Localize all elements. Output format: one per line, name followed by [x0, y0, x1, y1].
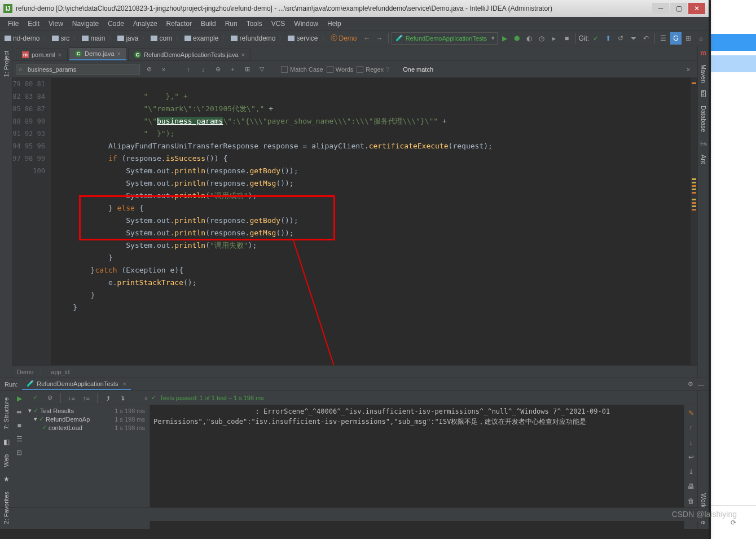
- scroll-up-button[interactable]: ↑: [685, 422, 697, 433]
- toolwindow-maven[interactable]: Maven: [699, 60, 708, 87]
- menu-build[interactable]: Build: [196, 19, 221, 29]
- git-revert-button[interactable]: ↶: [640, 32, 652, 45]
- prev-match-button[interactable]: ↑: [183, 64, 194, 75]
- next-match-button[interactable]: ↓: [197, 64, 209, 75]
- crumb-main[interactable]: main: [80, 33, 107, 43]
- edit-icon[interactable]: ✎: [685, 407, 697, 419]
- crumb-src[interactable]: src: [50, 33, 72, 43]
- back-button[interactable]: ←: [362, 32, 373, 45]
- tab-demo[interactable]: C Demo.java ×: [69, 47, 127, 60]
- tree-method[interactable]: ✓contextLoad1 s 198 ms: [26, 423, 150, 432]
- collapse-all-button[interactable]: ⮯: [117, 392, 129, 404]
- close-icon[interactable]: ×: [58, 51, 61, 58]
- close-icon[interactable]: ×: [117, 50, 121, 57]
- menu-edit[interactable]: Edit: [23, 19, 44, 29]
- window-minimize-button[interactable]: ─: [652, 3, 669, 14]
- git-commit-button[interactable]: ✓: [590, 32, 601, 45]
- toolwindow-ant[interactable]: Ant: [699, 150, 708, 169]
- gear-icon[interactable]: ⚙: [688, 380, 693, 388]
- run-button[interactable]: ▶: [499, 32, 510, 45]
- forward-button[interactable]: →: [374, 32, 385, 45]
- soft-wrap-button[interactable]: ↩: [685, 452, 697, 463]
- search-everywhere-button[interactable]: ⌕: [695, 32, 706, 45]
- clear-button[interactable]: 🗑: [685, 496, 697, 507]
- stop-run-button[interactable]: ■: [14, 420, 25, 431]
- crumb-java[interactable]: java: [115, 33, 140, 43]
- match-case-option[interactable]: Match Case: [281, 66, 323, 73]
- menu-refactor[interactable]: Refactor: [162, 19, 196, 29]
- window-close-button[interactable]: ✕: [688, 3, 705, 14]
- scroll-end-button[interactable]: ⤓: [685, 466, 697, 477]
- toolwindow-web[interactable]: Web: [2, 450, 11, 471]
- menu-window[interactable]: Window: [289, 19, 323, 29]
- camera-icon[interactable]: ◧: [2, 437, 11, 446]
- toolwindow-database[interactable]: Database: [699, 101, 708, 137]
- run-tab-tests[interactable]: 🧪 RefundDemoApplicationTests ×: [22, 378, 131, 390]
- crumb-com[interactable]: com: [148, 33, 174, 43]
- tree-class[interactable]: ▾✓RefundDemoAp1 s 198 ms: [26, 415, 150, 423]
- structure-button[interactable]: ☰: [658, 32, 669, 45]
- menu-help[interactable]: Help: [323, 19, 346, 29]
- coverage-button[interactable]: ◐: [524, 32, 535, 45]
- tree-root[interactable]: ▾✓Test Results1 s 198 ms: [26, 406, 150, 415]
- close-icon[interactable]: ×: [241, 51, 245, 58]
- menu-navigate[interactable]: Navigate: [68, 19, 103, 29]
- close-icon[interactable]: ×: [123, 380, 126, 387]
- add-selection-button[interactable]: ＋: [227, 64, 238, 75]
- find-all-button[interactable]: ⊕: [212, 64, 223, 75]
- crumb-member[interactable]: app_id: [51, 369, 69, 375]
- menu-analyze[interactable]: Analyze: [129, 19, 162, 29]
- hide-icon[interactable]: —: [698, 381, 704, 388]
- print-button[interactable]: 🖶: [685, 481, 697, 492]
- crumb-service[interactable]: service: [285, 33, 320, 43]
- debug-button[interactable]: ⬢: [511, 32, 522, 45]
- rerun-button[interactable]: ▶: [14, 393, 25, 404]
- stop-button[interactable]: ■: [561, 32, 573, 45]
- star-icon[interactable]: ★: [2, 475, 11, 484]
- git-update-button[interactable]: ↺: [615, 32, 626, 45]
- menu-run[interactable]: Run: [221, 19, 242, 29]
- error-stripe[interactable]: [691, 78, 697, 365]
- profile-button[interactable]: ◷: [536, 32, 547, 45]
- collapse-button[interactable]: ↑≡: [81, 392, 92, 404]
- crumb-demo[interactable]: ⓒ Demo: [328, 32, 359, 44]
- toolwindow-project[interactable]: 1: Project: [2, 46, 11, 81]
- regex-option[interactable]: Regex ?: [357, 66, 389, 73]
- tab-tests[interactable]: C RefundDemoApplicationTests.java ×: [128, 49, 251, 60]
- crumb-class[interactable]: Demo: [17, 369, 33, 375]
- filter-button[interactable]: ▽: [256, 64, 267, 75]
- menu-code[interactable]: Code: [103, 19, 129, 29]
- git-history-button[interactable]: ⏷: [628, 32, 639, 45]
- menu-file[interactable]: File: [3, 19, 23, 29]
- ant-icon[interactable]: 🐜: [699, 139, 708, 148]
- attach-button[interactable]: ▸: [548, 32, 560, 45]
- toolwindow-structure[interactable]: 7: Structure: [2, 393, 11, 434]
- select-all-button[interactable]: ⊞: [241, 64, 253, 75]
- menu-view[interactable]: View: [44, 19, 68, 29]
- sort-button[interactable]: ↓≡: [66, 392, 77, 404]
- toggle-tests-button[interactable]: ⬌: [14, 406, 25, 418]
- settings-button[interactable]: ⊞: [683, 32, 694, 45]
- menu-vcs[interactable]: VCS: [267, 19, 290, 29]
- window-maximize-button[interactable]: ▢: [670, 3, 687, 14]
- pin-button[interactable]: ⊟: [14, 447, 25, 458]
- fail-filter-button[interactable]: ⊘: [44, 392, 55, 404]
- git-push-button[interactable]: ⬆: [603, 32, 614, 45]
- scroll-down-button[interactable]: ↓: [685, 437, 697, 448]
- toolwindow-favorites[interactable]: 2: Favorites: [2, 487, 11, 528]
- find-input[interactable]: [16, 64, 140, 75]
- code-editor[interactable]: 79 80 81 82 83 84 85 86 87 88 89 90 91 9…: [12, 78, 697, 365]
- find-clear-button[interactable]: ⊘: [143, 64, 155, 75]
- find-close-button[interactable]: ×: [158, 64, 169, 75]
- database-icon[interactable]: 🗄: [699, 90, 708, 99]
- find-panel-close-button[interactable]: ×: [683, 64, 694, 75]
- expand-button[interactable]: ⮭: [103, 392, 114, 404]
- words-option[interactable]: Words: [327, 66, 354, 73]
- tab-pom[interactable]: m pom.xml ×: [16, 49, 68, 60]
- menu-tools[interactable]: Tools: [242, 19, 267, 29]
- maven-icon[interactable]: m: [699, 49, 708, 58]
- code-text[interactable]: " }," + "\"remark\":\"201905代发\"," + "\"…: [51, 78, 697, 365]
- crumb-module[interactable]: nd-demo: [2, 33, 42, 43]
- search-button[interactable]: G: [670, 32, 682, 45]
- layout-button[interactable]: ☰: [14, 433, 25, 445]
